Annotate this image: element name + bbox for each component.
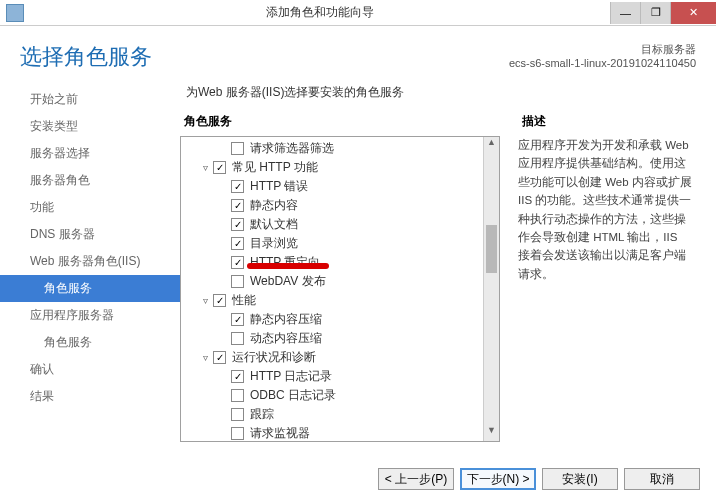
checkbox[interactable]	[213, 161, 226, 174]
target-label: 目标服务器	[509, 42, 696, 57]
sidebar-item-10[interactable]: 确认	[0, 356, 180, 383]
sidebar-item-8[interactable]: 应用程序服务器	[0, 302, 180, 329]
tree-item-label: 目录浏览	[248, 235, 298, 252]
tree-item-label: 请求监视器	[248, 425, 310, 442]
tree-item-label: 动态内容压缩	[248, 330, 322, 347]
checkbox[interactable]	[231, 199, 244, 212]
tree-item-label: ODBC 日志记录	[248, 387, 336, 404]
tree-item-label: 静态内容	[248, 197, 298, 214]
window-buttons: — ❐ ✕	[610, 2, 716, 24]
scroll-thumb[interactable]	[486, 225, 497, 273]
checkbox[interactable]	[231, 256, 244, 269]
checkbox[interactable]	[231, 142, 244, 155]
wizard-footer: < 上一步(P) 下一步(N) > 安装(I) 取消	[378, 468, 700, 490]
tree-item-label: 性能	[230, 292, 256, 309]
content-area: 为Web 服务器(IIS)选择要安装的角色服务 角色服务 请求筛选器筛选▿常见 …	[180, 80, 716, 442]
main-area: 开始之前安装类型服务器选择服务器角色功能DNS 服务器Web 服务器角色(IIS…	[0, 80, 716, 442]
scroll-up-arrow-icon[interactable]: ▲	[484, 137, 499, 153]
checkbox[interactable]	[231, 332, 244, 345]
tree-item-label: 常见 HTTP 功能	[230, 159, 318, 176]
app-icon	[6, 4, 24, 22]
tree-item-label: WebDAV 发布	[248, 273, 326, 290]
tree-row-14[interactable]: 跟踪	[181, 405, 499, 424]
window-titlebar: 添加角色和功能向导 — ❐ ✕	[0, 0, 716, 26]
expand-icon[interactable]: ▿	[199, 162, 211, 173]
prompt-text: 为Web 服务器(IIS)选择要安装的角色服务	[186, 84, 710, 101]
previous-button[interactable]: < 上一步(P)	[378, 468, 454, 490]
tree-row-13[interactable]: ODBC 日志记录	[181, 386, 499, 405]
tree-row-11[interactable]: ▿运行状况和诊断	[181, 348, 499, 367]
sidebar-item-2[interactable]: 服务器选择	[0, 140, 180, 167]
description-header: 描述	[518, 113, 692, 130]
roles-column: 角色服务 请求筛选器筛选▿常见 HTTP 功能HTTP 错误静态内容默认文档目录…	[180, 113, 500, 442]
tree-row-15[interactable]: 请求监视器	[181, 424, 499, 442]
tree-row-5[interactable]: 目录浏览	[181, 234, 499, 253]
tree-row-1[interactable]: ▿常见 HTTP 功能	[181, 158, 499, 177]
roles-tree-box: 请求筛选器筛选▿常见 HTTP 功能HTTP 错误静态内容默认文档目录浏览HTT…	[180, 136, 500, 442]
checkbox[interactable]	[231, 370, 244, 383]
vertical-scrollbar[interactable]: ▲ ▼	[483, 137, 499, 441]
tree-row-6[interactable]: HTTP 重定向	[181, 253, 499, 272]
expand-icon[interactable]: ▿	[199, 352, 211, 363]
sidebar-item-4[interactable]: 功能	[0, 194, 180, 221]
sidebar-item-1[interactable]: 安装类型	[0, 113, 180, 140]
target-server-info: 目标服务器 ecs-s6-small-1-linux-2019102411045…	[509, 42, 696, 72]
checkbox[interactable]	[231, 180, 244, 193]
sidebar-item-0[interactable]: 开始之前	[0, 86, 180, 113]
tree-row-9[interactable]: 静态内容压缩	[181, 310, 499, 329]
checkbox[interactable]	[231, 427, 244, 440]
roles-header: 角色服务	[180, 113, 500, 130]
page-title: 选择角色服务	[20, 42, 152, 72]
tree-row-8[interactable]: ▿性能	[181, 291, 499, 310]
tree-item-label: 请求筛选器筛选	[248, 140, 334, 157]
window-title: 添加角色和功能向导	[30, 4, 610, 21]
tree-item-label: 跟踪	[248, 406, 274, 423]
tree-item-label: 静态内容压缩	[248, 311, 322, 328]
roles-tree[interactable]: 请求筛选器筛选▿常见 HTTP 功能HTTP 错误静态内容默认文档目录浏览HTT…	[181, 137, 499, 442]
page-header: 选择角色服务 目标服务器 ecs-s6-small-1-linux-201910…	[0, 26, 716, 80]
checkbox[interactable]	[231, 313, 244, 326]
wizard-sidebar: 开始之前安装类型服务器选择服务器角色功能DNS 服务器Web 服务器角色(IIS…	[0, 80, 180, 442]
cancel-button[interactable]: 取消	[624, 468, 700, 490]
minimize-button[interactable]: —	[610, 2, 640, 24]
sidebar-item-6[interactable]: Web 服务器角色(IIS)	[0, 248, 180, 275]
sidebar-item-5[interactable]: DNS 服务器	[0, 221, 180, 248]
tree-row-12[interactable]: HTTP 日志记录	[181, 367, 499, 386]
tree-item-label: HTTP 错误	[248, 178, 308, 195]
next-button[interactable]: 下一步(N) >	[460, 468, 536, 490]
checkbox[interactable]	[231, 389, 244, 402]
maximize-button[interactable]: ❐	[640, 2, 670, 24]
checkbox[interactable]	[213, 351, 226, 364]
checkbox[interactable]	[231, 237, 244, 250]
checkbox[interactable]	[231, 408, 244, 421]
tree-row-4[interactable]: 默认文档	[181, 215, 499, 234]
tree-row-7[interactable]: WebDAV 发布	[181, 272, 499, 291]
tree-row-3[interactable]: 静态内容	[181, 196, 499, 215]
checkbox[interactable]	[231, 275, 244, 288]
scroll-down-arrow-icon[interactable]: ▼	[484, 425, 499, 441]
tree-item-label: 运行状况和诊断	[230, 349, 316, 366]
sidebar-item-3[interactable]: 服务器角色	[0, 167, 180, 194]
tree-row-2[interactable]: HTTP 错误	[181, 177, 499, 196]
expand-icon[interactable]: ▿	[199, 295, 211, 306]
description-text: 应用程序开发为开发和承载 Web 应用程序提供基础结构。使用这些功能可以创建 W…	[518, 136, 692, 283]
tree-row-10[interactable]: 动态内容压缩	[181, 329, 499, 348]
description-column: 描述 应用程序开发为开发和承载 Web 应用程序提供基础结构。使用这些功能可以创…	[518, 113, 710, 442]
checkbox[interactable]	[213, 294, 226, 307]
tree-row-0[interactable]: 请求筛选器筛选	[181, 139, 499, 158]
close-button[interactable]: ✕	[670, 2, 716, 24]
sidebar-item-11[interactable]: 结果	[0, 383, 180, 410]
tree-item-label: HTTP 日志记录	[248, 368, 332, 385]
target-value: ecs-s6-small-1-linux-20191024110450	[509, 57, 696, 69]
tree-item-label: 默认文档	[248, 216, 298, 233]
checkbox[interactable]	[231, 218, 244, 231]
red-underline-annotation	[247, 263, 329, 269]
install-button[interactable]: 安装(I)	[542, 468, 618, 490]
sidebar-item-7[interactable]: 角色服务	[0, 275, 180, 302]
sidebar-item-9[interactable]: 角色服务	[0, 329, 180, 356]
